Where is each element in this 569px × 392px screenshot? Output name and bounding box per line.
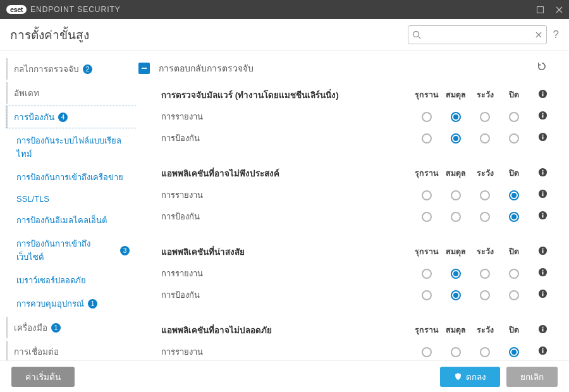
svg-rect-13 xyxy=(542,171,544,175)
sidebar-item-rt[interactable]: การป้องกันระบบไฟล์แบบเรียลไทม์ xyxy=(4,130,136,164)
info-icon[interactable] xyxy=(529,189,548,201)
radio-cell xyxy=(441,289,470,300)
sidebar-item-browser[interactable]: เบราว์เซอร์ปลอดภัย xyxy=(4,270,136,291)
defaults-button[interactable]: ค่าเริ่มต้น xyxy=(11,367,75,387)
radio-option[interactable] xyxy=(451,212,461,222)
radio-option[interactable] xyxy=(451,190,461,200)
sidebar-item-update[interactable]: อัพเดท xyxy=(6,82,136,104)
radio-cell xyxy=(499,211,529,222)
radio-option[interactable] xyxy=(451,133,461,144)
setting-row: การรายงาน xyxy=(161,184,548,205)
svg-rect-0 xyxy=(537,6,543,13)
radio-option[interactable] xyxy=(422,269,432,279)
radio-option[interactable] xyxy=(451,269,461,279)
group-title: แอพพลิเคชันที่อาจไม่ปลอดภัย xyxy=(161,323,412,337)
cancel-button[interactable]: ยกเลิก xyxy=(506,367,558,387)
column-header: ระวัง xyxy=(470,324,499,336)
search-box[interactable] xyxy=(408,25,547,44)
info-icon[interactable] xyxy=(529,346,548,358)
column-header: ปิด xyxy=(499,89,529,101)
info-icon[interactable] xyxy=(529,267,548,279)
close-icon[interactable] xyxy=(554,4,564,15)
svg-rect-7 xyxy=(542,114,544,118)
maximize-icon[interactable] xyxy=(535,4,545,15)
section-header: การตอบกลับการตรวจจับ xyxy=(136,57,560,82)
radio-option[interactable] xyxy=(451,290,461,300)
radio-option[interactable] xyxy=(451,347,461,357)
sidebar-item-detect[interactable]: กลไกการตรวจจับ2 xyxy=(6,58,136,80)
sidebar-item-conn[interactable]: การเชื่อมต่อ xyxy=(6,341,136,360)
search-icon xyxy=(412,30,421,39)
info-icon[interactable] xyxy=(529,89,548,101)
radio-option[interactable] xyxy=(509,290,519,300)
search-input[interactable] xyxy=(421,30,535,39)
radio-option[interactable] xyxy=(480,212,490,222)
sidebar-item-label: การป้องกัน xyxy=(14,110,54,124)
info-icon[interactable] xyxy=(529,246,548,258)
radio-option[interactable] xyxy=(509,347,519,357)
group-header: แอพพลิเคชันที่อาจไม่ปลอดภัยรุกรานสมดุลระ… xyxy=(161,319,548,341)
column-header: สมดุล xyxy=(441,324,470,336)
reset-section-icon[interactable] xyxy=(536,61,548,75)
info-icon[interactable] xyxy=(529,324,548,336)
radio-option[interactable] xyxy=(422,190,432,200)
sidebar-item-device[interactable]: การควบคุมอุปกรณ์1 xyxy=(4,293,136,314)
brand-name: ENDPOINT SECURITY xyxy=(30,5,121,14)
radio-cell xyxy=(499,132,529,144)
radio-option[interactable] xyxy=(480,190,490,200)
svg-rect-11 xyxy=(542,134,544,135)
radio-option[interactable] xyxy=(422,290,432,300)
svg-rect-8 xyxy=(542,113,544,114)
sidebar-item-protect[interactable]: การป้องกัน4 xyxy=(6,106,136,128)
sidebar-badge: 1 xyxy=(88,299,97,309)
radio-cell xyxy=(499,267,529,279)
sidebar-item-ssl[interactable]: SSL/TLS xyxy=(4,190,136,207)
sidebar-item-mail[interactable]: การป้องกันอีเมลไคลเอ็นต์ xyxy=(4,210,136,231)
help-button[interactable]: ? xyxy=(553,28,559,41)
radio-cell xyxy=(412,189,441,200)
svg-rect-22 xyxy=(542,250,544,253)
info-icon[interactable] xyxy=(529,289,548,301)
svg-rect-2 xyxy=(142,68,147,69)
radio-cell xyxy=(441,189,470,200)
row-label: การรายงาน xyxy=(161,110,412,123)
sidebar-item-label: เครื่องมือ xyxy=(14,321,47,334)
radio-option[interactable] xyxy=(451,112,461,122)
radio-option[interactable] xyxy=(422,347,432,357)
radio-option[interactable] xyxy=(422,133,432,144)
column-header: รุกราน xyxy=(412,167,441,180)
setting-row: การป้องกัน xyxy=(161,284,548,305)
ok-button[interactable]: ตกลง xyxy=(440,367,500,387)
sidebar-item-net[interactable]: การป้องกันการเข้าถึงเครือข่าย xyxy=(4,167,136,188)
collapse-section-icon[interactable] xyxy=(138,63,150,74)
radio-option[interactable] xyxy=(480,269,490,279)
radio-option[interactable] xyxy=(509,269,519,279)
radio-option[interactable] xyxy=(509,133,519,144)
radio-cell xyxy=(499,346,529,357)
info-icon[interactable] xyxy=(529,211,548,223)
radio-option[interactable] xyxy=(480,347,490,357)
group-title: แอพพลิเคชันที่น่าสงสัย xyxy=(161,245,412,259)
info-icon[interactable] xyxy=(529,111,548,123)
info-icon[interactable] xyxy=(529,132,548,144)
sidebar-item-web[interactable]: การป้องกันการเข้าถึงเว็บไซต์3 xyxy=(4,233,136,267)
page-title: การตั้งค่าขั้นสูง xyxy=(10,25,89,44)
radio-option[interactable] xyxy=(480,112,490,122)
info-icon[interactable] xyxy=(529,168,548,180)
radio-option[interactable] xyxy=(509,112,519,122)
sidebar: กลไกการตรวจจับ2อัพเดทการป้องกัน4การป้องก… xyxy=(0,51,136,360)
svg-rect-4 xyxy=(542,93,544,96)
sidebar-item-tools[interactable]: เครื่องมือ1 xyxy=(6,317,136,338)
radio-option[interactable] xyxy=(422,112,432,122)
radio-option[interactable] xyxy=(480,290,490,300)
column-header: ปิด xyxy=(499,245,529,258)
group-header: แอพพลิเคชันที่น่าสงสัยรุกรานสมดุลระวังปิ… xyxy=(161,241,548,262)
radio-option[interactable] xyxy=(480,133,490,144)
radio-option[interactable] xyxy=(422,212,432,222)
settings-group: การตรวจจับมัลแวร์ (ทำงานโดยแมชชีนเลิร์นน… xyxy=(136,82,560,160)
clear-search-icon[interactable] xyxy=(535,31,542,39)
sidebar-item-label: การป้องกันการเข้าถึงเครือข่าย xyxy=(16,171,123,184)
radio-option[interactable] xyxy=(509,190,519,200)
radio-option[interactable] xyxy=(509,212,519,222)
radio-cell xyxy=(412,132,441,144)
